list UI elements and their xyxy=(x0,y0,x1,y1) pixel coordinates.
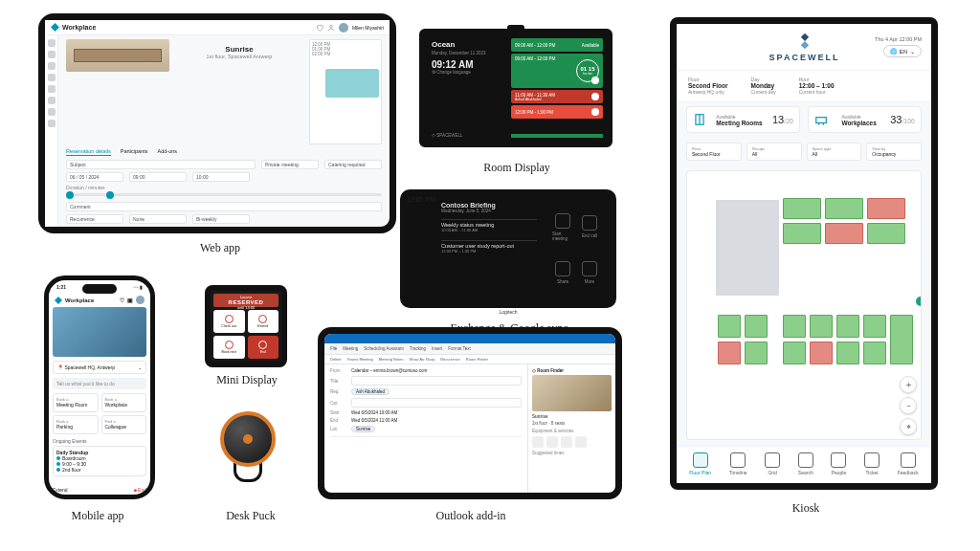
ribbon-insert[interactable]: Insert xyxy=(432,346,442,351)
end-field[interactable]: Wed 6/5/2024 11:00 AM xyxy=(351,418,397,423)
location-chip[interactable]: Sunrise xyxy=(351,426,375,432)
start-field[interactable]: Wed 6/5/2024 10:00 AM xyxy=(351,410,397,415)
optional-input[interactable] xyxy=(351,398,522,408)
user-name: Milen Miyashiri xyxy=(352,25,384,31)
favorite-icon[interactable] xyxy=(316,24,323,32)
tb-recur[interactable]: Recurrence xyxy=(440,357,460,362)
mini-extend[interactable]: Extend xyxy=(248,310,279,333)
share-button[interactable]: Share xyxy=(552,254,573,293)
start-time-input[interactable]: 09:00 xyxy=(129,172,187,182)
tb-delete[interactable]: Delete xyxy=(330,357,342,362)
ribbon-tracking[interactable]: Tracking xyxy=(410,346,426,351)
tb-busy[interactable]: Show As: Busy xyxy=(409,357,434,362)
current-block[interactable]: 09:00 AM - 12:00 PM 01 15 hrs min ⋯ xyxy=(511,54,603,88)
tb-notes[interactable]: Meeting Notes xyxy=(379,357,404,362)
nav-cal-icon[interactable] xyxy=(48,51,56,58)
required-chip[interactable]: Ash Abukhaled xyxy=(351,388,390,395)
tab-people[interactable]: People xyxy=(831,452,846,475)
nav-report-icon[interactable] xyxy=(48,97,56,104)
agenda-item[interactable]: Weekly status meeting 10:00 AM – 11:00 A… xyxy=(441,219,537,234)
tile-meeting-room[interactable]: Book aMeeting Room xyxy=(53,393,99,412)
ribbon-sched[interactable]: Scheduling Assistant xyxy=(364,346,404,351)
puck-ring[interactable] xyxy=(220,411,276,467)
search-input[interactable]: Tell us what you'd like to do xyxy=(53,378,146,389)
tab-search[interactable]: Search xyxy=(798,452,813,475)
tb-teams[interactable]: Teams Meeting xyxy=(347,357,373,362)
body-editor[interactable] xyxy=(330,436,522,474)
subject-input[interactable]: Subject xyxy=(66,160,256,169)
stat-rooms[interactable]: AvailableMeeting Rooms 13/20 xyxy=(686,106,800,133)
ribbon-format[interactable]: Format Text xyxy=(448,346,471,351)
recurrence-value[interactable]: None xyxy=(129,214,187,224)
more-button[interactable]: More xyxy=(579,254,600,293)
mini-checkout[interactable]: Check out xyxy=(213,310,245,333)
tab-ticket[interactable]: Ticket xyxy=(864,452,880,475)
extend-button[interactable]: Extend xyxy=(53,487,68,493)
nav-settings-icon[interactable] xyxy=(48,120,56,127)
tab-details[interactable]: Reservation details xyxy=(66,148,111,156)
tab-floorplan[interactable]: Floor Plan xyxy=(689,452,711,475)
floor-plan[interactable]: ＋ － ⌖ xyxy=(686,170,922,440)
timeline-slot[interactable] xyxy=(325,69,379,98)
duration-slider[interactable] xyxy=(66,193,382,196)
nav-map-icon[interactable] xyxy=(48,62,56,70)
nav-home-icon[interactable] xyxy=(48,39,56,47)
busy-block-2[interactable]: 12:00 PM - 1:00 PM ⋯ xyxy=(511,105,603,119)
tile-parking[interactable]: Book aParking xyxy=(53,415,99,434)
zoom-in-button[interactable]: ＋ xyxy=(900,376,917,393)
mini-book-next[interactable]: Book next xyxy=(213,336,245,359)
start-meeting-button[interactable]: Start meeting xyxy=(552,206,573,249)
tile-workplace[interactable]: Book aWorkplace xyxy=(101,393,147,412)
more-icon[interactable]: ⋯ xyxy=(591,77,599,84)
end-call-button[interactable]: End call xyxy=(579,206,600,249)
tb-roomfinder[interactable]: Room Finder xyxy=(466,357,488,362)
nav-parking-icon[interactable] xyxy=(48,85,56,93)
filter-type[interactable]: Space typeAll xyxy=(807,143,862,161)
location-picker[interactable]: 📍 Spacewell HQ, Antwerp⌄ xyxy=(53,361,146,374)
busy-block-1[interactable]: 11:00 AM - 11:30 AMAshraf Abukhaled ⋯ xyxy=(511,90,603,103)
tab-grid[interactable]: Grid xyxy=(765,452,780,475)
ribbon-meeting[interactable]: Meeting xyxy=(343,346,358,351)
day-timeline[interactable]: 12:00 PM 01:00 PM 02:00 PM xyxy=(309,39,382,144)
end-time-input[interactable]: 10:00 xyxy=(192,172,250,182)
change-lang[interactable]: ⚙ Change language xyxy=(432,70,502,75)
title-input[interactable] xyxy=(351,376,522,386)
webapp-tablet: Workplace Milen Miyashiri Sunrise 1st fl… xyxy=(38,13,396,233)
end-button[interactable]: ■ End xyxy=(134,487,146,493)
nav-people-icon[interactable] xyxy=(48,74,56,81)
account-icon[interactable] xyxy=(327,24,335,32)
lang-picker[interactable]: 🌐EN⌄ xyxy=(883,45,922,57)
recurrence-select[interactable]: Recurrence xyxy=(66,214,123,224)
qr-icon[interactable]: ▣ xyxy=(127,297,133,303)
feedback-icon xyxy=(901,452,916,468)
ribbon-file[interactable]: File xyxy=(330,346,337,351)
filter-floor[interactable]: FloorSecond Floor xyxy=(686,143,742,161)
date-input[interactable]: 06 / 05 / 2024 xyxy=(66,172,123,182)
kiosk-brand: SPACEWELL xyxy=(769,32,840,62)
stat-workplaces[interactable]: AvailableWorkplaces 33/106 xyxy=(808,106,922,133)
privacy-select[interactable]: Private meeting xyxy=(261,160,319,169)
tab-addons[interactable]: Add-ons xyxy=(158,148,178,156)
recenter-button[interactable]: ⌖ xyxy=(900,418,917,435)
heart-icon[interactable]: ♡ xyxy=(120,297,124,303)
device-brand: Logitech xyxy=(500,309,518,315)
tab-feedback[interactable]: Feedback xyxy=(898,452,919,475)
avatar[interactable] xyxy=(136,296,145,304)
recurrence-value-2[interactable]: Bi-weekly xyxy=(192,214,250,224)
tab-timeline[interactable]: Timeline xyxy=(729,452,747,475)
catering-select[interactable]: Catering required xyxy=(324,160,382,169)
filter-groups[interactable]: GroupsAll xyxy=(746,143,802,161)
comment-input[interactable]: Comment xyxy=(66,202,382,211)
nav-ticket-icon[interactable] xyxy=(48,108,56,116)
avatar[interactable] xyxy=(339,23,348,33)
tile-colleague[interactable]: Find aColleague xyxy=(101,415,147,434)
mini-end[interactable]: End xyxy=(248,336,279,359)
room-finder-pane: ◇ Room Finder Sunrise 1st floor · 8 seat… xyxy=(527,364,615,499)
agenda-item[interactable]: Customer user study report-out 12:30 PM … xyxy=(441,240,537,255)
room-photo xyxy=(66,39,169,72)
event-card[interactable]: Daily Standup Boardroom 9:00 – 9:30 2nd … xyxy=(53,446,146,476)
filter-view[interactable]: View byOccupancy xyxy=(866,143,922,161)
zoom-out-button[interactable]: － xyxy=(900,397,917,414)
video-icon xyxy=(555,213,570,229)
tab-participants[interactable]: Participants xyxy=(121,148,148,156)
